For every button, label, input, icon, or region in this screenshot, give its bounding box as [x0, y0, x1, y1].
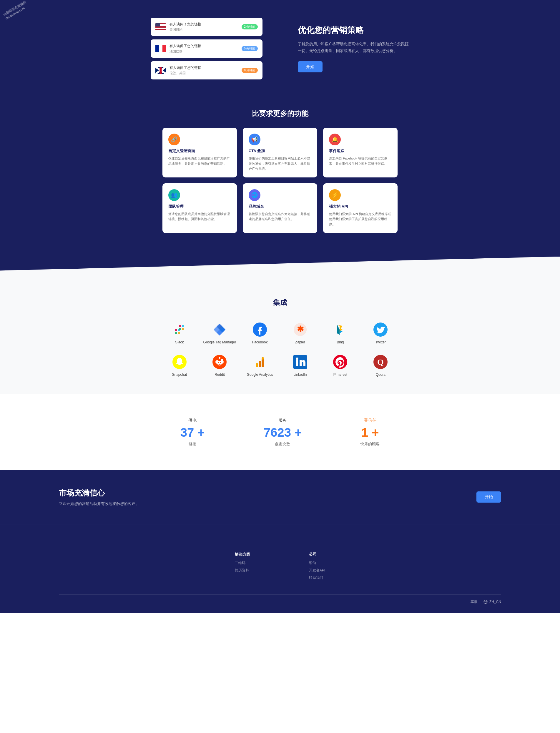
- time-badge-2: 5 分钟前: [242, 46, 257, 51]
- svg-text:Q: Q: [377, 358, 384, 367]
- snapchat-label: Snapchat: [172, 373, 187, 377]
- footer-links: 解决方案 二维码 简历资料 公司 帮助 开发者API 联系我们: [59, 552, 501, 583]
- cta-description: 立即开始您的营销活动并有效地接触您的客户。: [59, 501, 139, 506]
- flag-uk: [155, 67, 166, 74]
- integration-gtm[interactable]: Google Tag Manager: [202, 321, 237, 344]
- integration-linkedin[interactable]: LinkedIn: [283, 354, 317, 377]
- pinterest-label: Pinterest: [333, 373, 347, 377]
- integration-quora[interactable]: Q Quora: [363, 354, 398, 377]
- stat-service: 服务 7623 + 点击次数: [264, 418, 302, 447]
- stat-power: 供电 37 + 链接: [180, 418, 205, 447]
- zapier-icon: ✱: [292, 321, 308, 338]
- svg-rect-2: [175, 332, 177, 334]
- hero-description: 了解您的用户和客户将帮助您提高转化率。我们的系统允许您跟踪一切。无论是点击量、国…: [298, 41, 410, 54]
- feature-desc-4: 轻松添加您自定义域名作为短链接，并将创建的品牌域名和您的用户信任。: [249, 212, 311, 222]
- feature-title-5: 强大的 API: [329, 204, 392, 209]
- svg-rect-6: [179, 328, 181, 330]
- feature-title-1: CTA 叠加: [249, 148, 311, 154]
- cta-content: 市场充满信心 立即开始您的营销活动并有效地接触您的客户。: [59, 488, 139, 506]
- stat-trust: 受信任 1 + 快乐的顾客: [360, 418, 380, 447]
- notification-cards: 有人访问了您的链接 美国纽约 2 分钟前 有人访问了您的链接 法国巴黎 5 分钟…: [151, 18, 262, 79]
- stat-trust-sublabel: 快乐的顾客: [360, 441, 380, 447]
- svg-point-25: [218, 362, 219, 363]
- footer-link-help[interactable]: 帮助: [309, 561, 325, 566]
- integration-ga[interactable]: Google Analytics: [243, 354, 277, 377]
- cta-section: 市场充满信心 立即开始您的营销活动并有效地接触您的客户。 开始: [0, 470, 560, 524]
- svg-point-26: [220, 362, 221, 363]
- ga-label: Google Analytics: [247, 373, 273, 377]
- stat-power-label: 供电: [180, 418, 205, 423]
- svg-point-24: [217, 361, 222, 365]
- integration-bing[interactable]: Bing: [323, 321, 358, 344]
- integration-snapchat[interactable]: Snapchat: [162, 354, 197, 377]
- features-title: 比要求更多的功能: [59, 109, 501, 118]
- feature-icon-2: 🔔: [329, 134, 341, 145]
- facebook-label: Facebook: [252, 340, 268, 344]
- gtm-label: Google Tag Manager: [203, 340, 236, 344]
- twitter-label: Twitter: [375, 340, 385, 344]
- stat-trust-label: 受信任: [360, 418, 380, 423]
- svg-rect-5: [182, 325, 184, 327]
- feature-desc-1: 使用我们的叠加工具在目标网站上显示不显眼的通知，吸引潜在客户至联系人，非常适合广…: [249, 156, 311, 172]
- stat-trust-number: 1 +: [360, 425, 380, 440]
- notification-title-2: 有人访问了您的链接: [170, 44, 238, 49]
- notification-location-3: 伦敦、英国: [170, 71, 238, 75]
- flag-fr: [155, 45, 166, 52]
- svg-rect-7: [182, 328, 184, 330]
- notification-text-1: 有人访问了您的链接 美国纽约: [170, 22, 238, 32]
- feature-card-5: ⚡ 强大的 API 使用我们强大的 API 构建自定义应用程序或使用我们强大的工…: [323, 183, 398, 233]
- twitter-icon: [372, 321, 389, 338]
- reddit-label: Reddit: [215, 373, 225, 377]
- svg-point-33: [296, 358, 298, 360]
- quora-label: Quora: [375, 373, 385, 377]
- integration-facebook[interactable]: Facebook: [243, 321, 277, 344]
- footer-link-api[interactable]: 开发者API: [309, 568, 325, 573]
- slack-label: Slack: [175, 340, 184, 344]
- lang-selector[interactable]: ZH_CN: [483, 600, 501, 604]
- notification-text-2: 有人访问了您的链接 法国巴黎: [170, 44, 238, 54]
- cta-title: 市场充满信心: [59, 488, 139, 498]
- notification-title-1: 有人访问了您的链接: [170, 22, 238, 27]
- zapier-label: Zapier: [295, 340, 305, 344]
- feature-icon-1: 📢: [249, 134, 260, 145]
- pinterest-icon: [332, 354, 348, 370]
- footer-col-solutions: 解决方案 二维码 简历资料: [235, 552, 250, 583]
- ga-icon: [252, 354, 268, 370]
- footer-col-solutions-title: 解决方案: [235, 552, 250, 557]
- footer-divider: [59, 542, 501, 542]
- notification-location-2: 法国巴黎: [170, 49, 238, 54]
- integration-pinterest[interactable]: Pinterest: [323, 354, 358, 377]
- feature-icon-3: 👥: [168, 189, 180, 201]
- globe-icon: [483, 600, 488, 604]
- footer-enjoy-link[interactable]: 享服: [471, 599, 478, 604]
- hero-title: 优化您的营销策略: [298, 25, 410, 36]
- footer-link-resume[interactable]: 简历资料: [235, 568, 250, 573]
- stat-service-number: 7623 +: [264, 425, 302, 440]
- notification-card-1: 有人访问了您的链接 美国纽约 2 分钟前: [151, 18, 262, 36]
- integration-slack[interactable]: Slack: [162, 321, 197, 344]
- hero-section: 有人访问了您的链接 美国纽约 2 分钟前 有人访问了您的链接 法国巴黎 5 分钟…: [0, 0, 560, 97]
- svg-rect-32: [296, 360, 298, 366]
- integration-zapier[interactable]: ✱ Zapier: [283, 321, 317, 344]
- svg-point-21: [219, 357, 220, 359]
- bing-label: Bing: [337, 340, 344, 344]
- slack-icon: [171, 321, 188, 338]
- feature-desc-0: 创建自定义登录页面以在最前沿推广您的产品或服务，并让用户参与您的营销活动。: [168, 156, 231, 166]
- snapchat-icon: [171, 354, 188, 370]
- svg-rect-27: [256, 363, 258, 367]
- flag-us: [155, 23, 166, 30]
- footer-link-contact[interactable]: 联系我们: [309, 575, 325, 580]
- quora-icon: Q: [372, 354, 389, 370]
- lang-label: ZH_CN: [489, 600, 501, 604]
- feature-title-4: 品牌域名: [249, 204, 311, 209]
- stat-power-number: 37 +: [180, 425, 205, 440]
- cta-start-button[interactable]: 开始: [476, 491, 501, 503]
- features-grid: 🔗 自定义登陆页面 创建自定义登录页面以在最前沿推广您的产品或服务，并让用户参与…: [162, 128, 398, 233]
- integration-reddit[interactable]: Reddit: [202, 354, 237, 377]
- notification-title-3: 有人访问了您的链接: [170, 65, 238, 70]
- integration-twitter[interactable]: Twitter: [363, 321, 398, 344]
- footer-link-qrcode[interactable]: 二维码: [235, 561, 250, 566]
- hero-start-button[interactable]: 开始: [298, 61, 323, 72]
- bing-icon: [332, 321, 348, 338]
- notification-card-2: 有人访问了您的链接 法国巴黎 5 分钟前: [151, 39, 262, 58]
